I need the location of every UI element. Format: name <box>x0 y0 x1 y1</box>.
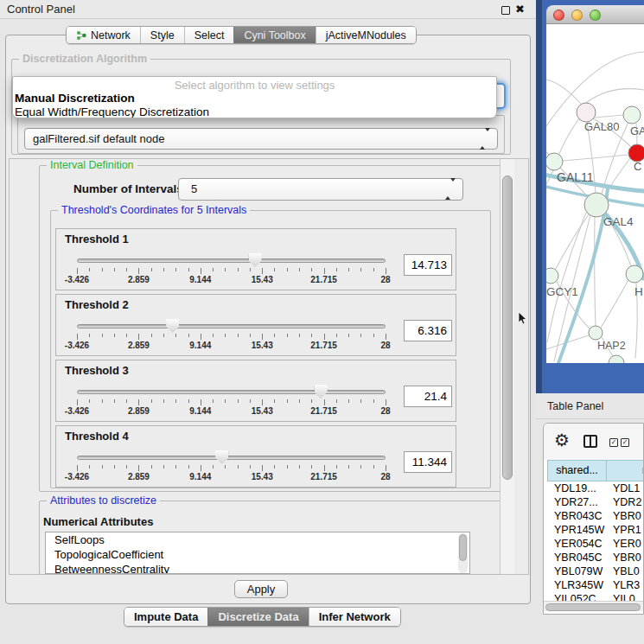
cell-shared-name[interactable]: YBR043C <box>554 509 603 523</box>
threshold-panel: Threshold 4-3.4262.8599.14415.4321.71528… <box>55 425 456 488</box>
slider-thumb[interactable] <box>166 319 179 333</box>
cell-name[interactable]: YBL0 <box>613 564 640 578</box>
slider-track[interactable] <box>77 390 386 394</box>
apply-button[interactable]: Apply <box>234 580 288 598</box>
slider-thumb[interactable] <box>215 450 228 464</box>
close-icon[interactable]: ✖ <box>515 3 525 16</box>
threshold-slider[interactable]: -3.4262.8599.14415.4321.71528 <box>77 450 386 487</box>
checkbox-icon[interactable]: ✓ <box>621 438 629 447</box>
tab-cyni-toolbox[interactable]: Cyni Toolbox <box>233 27 315 43</box>
tab-label: Discretize Data <box>218 610 298 623</box>
table-row[interactable]: YBR043CYBR0 <box>544 509 643 523</box>
tab-select[interactable]: Select <box>184 27 234 43</box>
network-node[interactable] <box>623 106 641 124</box>
network-edge[interactable] <box>601 280 628 328</box>
slider-ticks <box>77 399 386 406</box>
slider-track[interactable] <box>77 456 386 460</box>
algorithm-option[interactable]: Equal Width/Frequency Discretization <box>13 105 496 118</box>
settings-scrollbar[interactable] <box>500 159 514 574</box>
network-node[interactable] <box>584 193 609 217</box>
threshold-cards: Threshold 1-3.4262.8599.14415.4321.71528… <box>55 228 456 489</box>
tab-impute-data[interactable]: Impute Data <box>124 608 207 626</box>
cell-shared-name[interactable]: YDL19... <box>554 481 596 495</box>
numerical-attributes-list[interactable]: SelfLoopsTopologicalCoefficientBetweenne… <box>45 532 470 574</box>
network-edge[interactable] <box>586 89 644 103</box>
threshold-value-field[interactable]: 6.316 <box>404 320 452 341</box>
minimize-traffic-light-icon[interactable] <box>571 10 583 21</box>
table-row[interactable]: YPR145WYPR1 <box>544 523 643 537</box>
network-node[interactable] <box>589 326 603 340</box>
cell-shared-name[interactable]: YBR045C <box>554 551 603 564</box>
attributes-scrollbar[interactable] <box>458 533 468 573</box>
table-data-combobox[interactable]: galFiltered.sif default node <box>24 128 498 150</box>
attribute-item[interactable]: TopologicalCoefficient <box>46 547 469 562</box>
network-node[interactable] <box>628 144 644 162</box>
gear-icon[interactable]: ⚙ <box>554 430 570 450</box>
threshold-panel: Threshold 1-3.4262.8599.14415.4321.71528… <box>55 228 456 290</box>
cell-shared-name[interactable]: YBL079W <box>554 564 603 578</box>
table-hscrollbar-thumb[interactable] <box>545 603 641 611</box>
network-node[interactable] <box>626 265 643 283</box>
table-hscrollbar[interactable] <box>544 601 643 611</box>
table-row[interactable]: YDR27...YDR2 <box>544 495 643 509</box>
table-row[interactable]: YER054CYER0 <box>544 537 643 551</box>
cell-shared-name[interactable]: YPR145W <box>554 523 604 537</box>
tab-style[interactable]: Style <box>140 27 184 43</box>
network-node[interactable] <box>609 355 624 363</box>
cell-shared-name[interactable]: YER054C <box>554 537 603 551</box>
attribute-item[interactable]: SelfLoops <box>46 532 469 547</box>
checkbox-icon[interactable]: ✓ <box>609 438 618 447</box>
attributes-group-label: Attributes to discretize <box>47 494 160 507</box>
table-row[interactable]: YLR345WYLR3 <box>544 578 643 592</box>
network-edge[interactable] <box>559 118 579 154</box>
network-edge[interactable] <box>595 115 623 118</box>
network-window-titlebar[interactable] <box>546 5 644 24</box>
network-node[interactable] <box>546 268 558 284</box>
threshold-value-field[interactable]: 14.713 <box>404 254 452 276</box>
column-header-shared-name[interactable]: shared... <box>547 460 607 481</box>
attributes-scrollbar-thumb[interactable] <box>459 534 467 561</box>
slider-thumb[interactable] <box>315 385 328 399</box>
threshold-slider[interactable]: -3.4262.8599.14415.4321.71528 <box>77 385 386 421</box>
cell-name[interactable]: YDR2 <box>613 495 641 509</box>
network-edge[interactable] <box>563 155 628 161</box>
cell-shared-name[interactable]: YDR27... <box>554 495 598 509</box>
network-edge[interactable] <box>546 80 581 104</box>
tab-infer-network[interactable]: Infer Network <box>309 608 400 626</box>
slider-tick-labels: -3.4262.8599.14415.4321.71528 <box>77 472 386 482</box>
tab-network[interactable]: Network <box>67 27 140 43</box>
table-row[interactable]: YBL079WYBL0 <box>544 564 643 578</box>
cell-shared-name[interactable]: YLR345W <box>554 578 603 592</box>
slider-thumb[interactable] <box>249 253 262 267</box>
threshold-slider[interactable]: -3.4262.8599.14415.4321.71528 <box>77 319 386 355</box>
zoom-traffic-light-icon[interactable] <box>590 10 601 21</box>
column-header-name[interactable]: na <box>606 460 644 481</box>
threshold-value-field[interactable]: 21.4 <box>404 386 452 407</box>
threshold-slider[interactable]: -3.4262.8599.14415.4321.71528 <box>77 253 386 290</box>
number-of-intervals-combobox[interactable]: 5 <box>178 178 463 201</box>
threshold-value-field[interactable]: 11.344 <box>404 451 452 473</box>
cell-name[interactable]: YLR3 <box>613 578 640 592</box>
cell-name[interactable]: YDL1 <box>613 481 640 495</box>
slider-track[interactable] <box>77 258 386 263</box>
close-traffic-light-icon[interactable] <box>553 10 564 21</box>
tab-discretize-data[interactable]: Discretize Data <box>207 608 308 626</box>
threshold-label: Threshold 4 <box>65 430 129 443</box>
settings-scrollbar-thumb[interactable] <box>502 175 513 480</box>
table-row[interactable]: YBR045CYBR0 <box>544 551 643 564</box>
split-columns-icon[interactable] <box>583 435 597 448</box>
cell-name[interactable]: YBR0 <box>613 509 641 523</box>
table-row[interactable]: YDL19...YDL1 <box>544 481 643 495</box>
float-window-icon[interactable] <box>501 6 510 15</box>
slider-track[interactable] <box>77 324 386 328</box>
cell-name[interactable]: YPR1 <box>613 523 641 537</box>
network-canvas[interactable]: GAL80GACGAL11GAL4GCY1HHAP2 <box>546 24 644 363</box>
tab-jactivemnodules[interactable]: jActiveMNodules <box>316 27 416 43</box>
attribute-item[interactable]: BetweennessCentrality <box>46 562 469 574</box>
cell-name[interactable]: YBR0 <box>613 551 641 564</box>
algorithm-option[interactable]: Manual Discretization <box>13 92 496 105</box>
network-edge[interactable] <box>595 217 596 326</box>
network-node[interactable] <box>546 153 563 170</box>
cell-name[interactable]: YER0 <box>613 537 641 551</box>
network-node[interactable] <box>577 103 596 122</box>
